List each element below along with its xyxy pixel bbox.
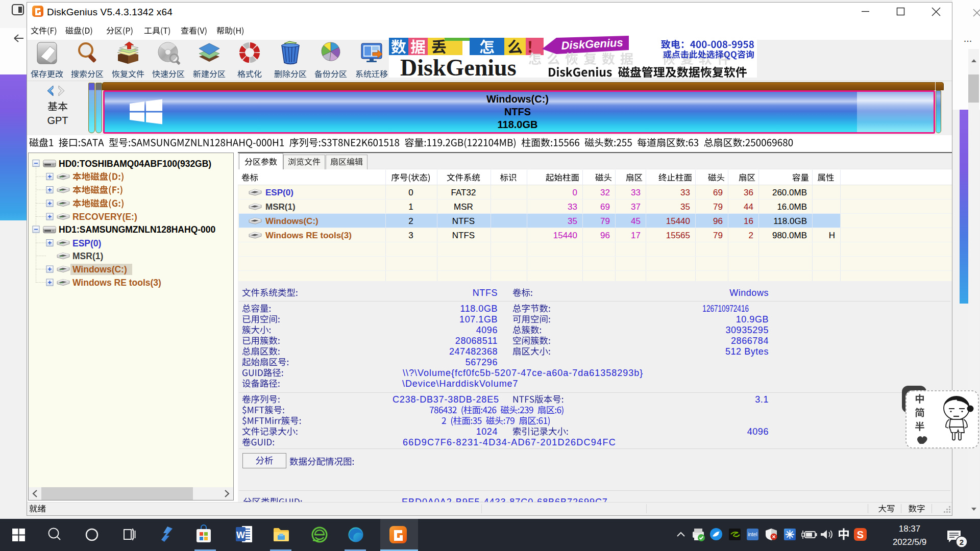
- svg-text:45: 45: [631, 216, 641, 226]
- svg-text:10.9GB: 10.9GB: [736, 314, 769, 324]
- svg-text:118.0GB: 118.0GB: [460, 304, 498, 314]
- svg-text:32: 32: [600, 188, 610, 197]
- svg-text:Windows(C:): Windows(C:): [72, 264, 127, 274]
- svg-text:69: 69: [713, 188, 723, 197]
- svg-text:15440: 15440: [553, 231, 577, 240]
- svg-text:126710972416: 126710972416: [702, 304, 749, 313]
- svg-text:4096: 4096: [476, 325, 498, 335]
- svg-text:intel: intel: [748, 532, 757, 537]
- svg-text:18:37: 18:37: [899, 524, 921, 534]
- svg-text:66D9C7F6-8231-4D34-AD67-201D26: 66D9C7F6-8231-4D34-AD67-201D26DC94FC: [403, 437, 616, 447]
- svg-text:69: 69: [600, 202, 610, 212]
- svg-text:79: 79: [600, 216, 610, 226]
- svg-text:NTFS: NTFS: [473, 288, 498, 298]
- svg-text:33: 33: [631, 188, 641, 197]
- svg-text:37: 37: [631, 202, 641, 212]
- svg-text:DiskGenius V5.4.3.1342 x64: DiskGenius V5.4.3.1342 x64: [47, 7, 173, 17]
- svg-text:2: 2: [960, 538, 964, 546]
- svg-text:W: W: [236, 530, 245, 540]
- svg-text:2: 2: [408, 216, 413, 226]
- svg-text:Windows RE tools(3): Windows RE tools(3): [72, 278, 161, 288]
- svg-text:H: H: [829, 231, 835, 240]
- svg-text:2022/5/9: 2022/5/9: [893, 537, 926, 547]
- svg-text:36: 36: [744, 188, 753, 197]
- svg-text:C238-DB37-38DB-28E5: C238-DB37-38DB-28E5: [393, 394, 499, 405]
- svg-text:118.0GB: 118.0GB: [773, 216, 807, 226]
- svg-text:Windows(C:): Windows(C:): [486, 93, 549, 105]
- svg-text:1: 1: [408, 202, 413, 212]
- svg-text:16: 16: [744, 216, 753, 226]
- svg-text:HD1:SAMSUNGMZNLN128HAHQ-000: HD1:SAMSUNGMZNLN128HAHQ-000: [59, 224, 216, 235]
- svg-text:980.0MB: 980.0MB: [772, 231, 807, 240]
- svg-text:GPT: GPT: [47, 115, 68, 126]
- svg-text:4096: 4096: [747, 427, 769, 437]
- svg-text:16.0MB: 16.0MB: [777, 202, 807, 212]
- svg-text:247482368: 247482368: [449, 346, 498, 357]
- svg-text:FAT32: FAT32: [451, 188, 476, 197]
- svg-text:2: 2: [749, 231, 753, 240]
- svg-text:Windows RE tools(3): Windows RE tools(3): [265, 231, 352, 240]
- svg-text:15440: 15440: [666, 216, 690, 226]
- svg-text:35: 35: [680, 202, 690, 212]
- svg-text:44: 44: [744, 202, 753, 212]
- svg-text:ESP(0): ESP(0): [72, 238, 101, 248]
- svg-text:DiskGenius: DiskGenius: [400, 55, 517, 81]
- svg-text:\Device\HarddiskVolume7: \Device\HarddiskVolume7: [402, 379, 519, 389]
- svg-text:79: 79: [713, 231, 723, 240]
- svg-text:\\?\Volume{fcf0fc5b-5207-47ce-: \\?\Volume{fcf0fc5b-5207-47ce-a60a-7da61…: [403, 368, 643, 378]
- svg-text:RECOVERY(E:): RECOVERY(E:): [72, 212, 137, 222]
- svg-text:ESP(0): ESP(0): [265, 188, 293, 197]
- svg-text:79: 79: [713, 202, 723, 212]
- svg-text:33: 33: [680, 188, 690, 197]
- svg-text:96: 96: [600, 231, 610, 240]
- svg-text:3: 3: [408, 231, 413, 240]
- svg-text:NTFS: NTFS: [452, 231, 475, 240]
- svg-text:35: 35: [568, 216, 577, 226]
- svg-text:Windows(C:): Windows(C:): [265, 216, 318, 226]
- svg-text:...: ...: [964, 33, 972, 44]
- svg-text:2866784: 2866784: [731, 336, 769, 346]
- svg-text:30935295: 30935295: [726, 325, 769, 335]
- svg-text:MSR: MSR: [454, 202, 473, 212]
- svg-text:MSR(1): MSR(1): [72, 251, 103, 261]
- svg-text:1024: 1024: [476, 427, 498, 437]
- svg-text:17: 17: [631, 231, 641, 240]
- svg-text:33: 33: [568, 202, 577, 212]
- svg-text:Windows: Windows: [729, 288, 769, 298]
- svg-text:EBD0A0A2-B9E5-4433-87C0-68B6B7: EBD0A0A2-B9E5-4433-87C0-68B6B72699C7: [402, 497, 608, 507]
- svg-text:118.0GB: 118.0GB: [498, 119, 538, 130]
- svg-text:NTFS: NTFS: [452, 216, 475, 226]
- svg-text:512 Bytes: 512 Bytes: [725, 346, 769, 357]
- svg-text:HD0:TOSHIBAMQ04ABF100(932GB): HD0:TOSHIBAMQ04ABF100(932GB): [59, 159, 211, 169]
- svg-text:260.0MB: 260.0MB: [772, 188, 807, 197]
- svg-text:S: S: [857, 529, 864, 540]
- svg-text:3.1: 3.1: [755, 394, 769, 405]
- svg-text:567296: 567296: [465, 357, 498, 367]
- svg-text:107.1GB: 107.1GB: [459, 314, 498, 324]
- svg-text:MSR(1): MSR(1): [265, 202, 296, 212]
- svg-text:0: 0: [573, 188, 577, 197]
- svg-text:0: 0: [408, 188, 413, 197]
- svg-text:96: 96: [713, 216, 723, 226]
- svg-text:NTFS: NTFS: [504, 106, 531, 117]
- svg-text:28068511: 28068511: [455, 336, 498, 346]
- svg-text:15565: 15565: [666, 231, 690, 240]
